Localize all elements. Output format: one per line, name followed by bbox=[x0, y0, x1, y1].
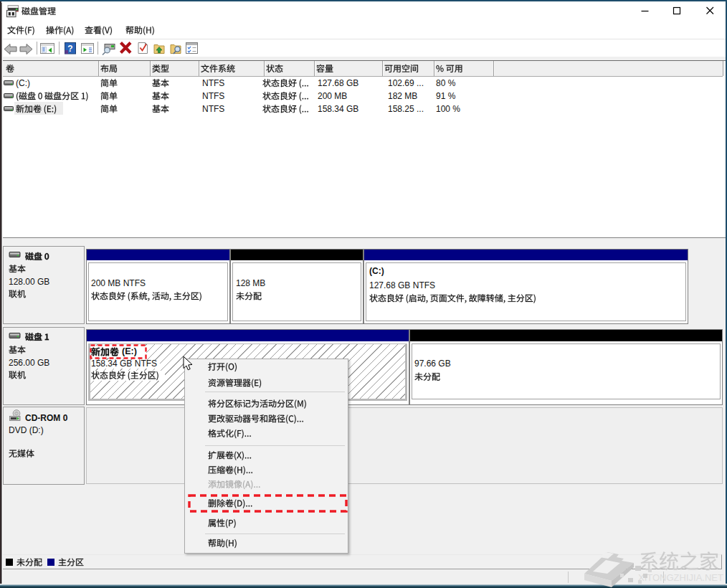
svg-text:?: ? bbox=[67, 44, 72, 54]
